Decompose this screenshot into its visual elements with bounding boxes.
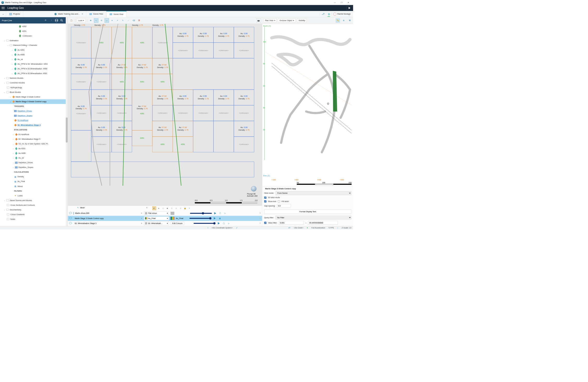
- ruler-icon[interactable]: 📏: [336, 18, 340, 23]
- tree-item[interactable]: Mined: [0, 184, 66, 189]
- tool-select-icon[interactable]: ✥: [89, 18, 93, 23]
- v-icon[interactable]: ◇: [179, 207, 182, 210]
- tool-erase-icon[interactable]: ⌫: [131, 18, 136, 23]
- colour-dropdown[interactable]: Flat colour▾: [144, 211, 169, 215]
- tree-item[interactable]: 01.HostRock: [0, 118, 66, 123]
- tree-item[interactable]: ⌄Estimation: [0, 38, 66, 43]
- tool-draw-icon[interactable]: ✎: [120, 18, 125, 23]
- tree-item[interactable]: ›Au 4400: [0, 52, 66, 57]
- tree-item[interactable]: ›Au_ok: [0, 57, 66, 62]
- tool-rotate-icon[interactable]: ⟲: [99, 18, 104, 23]
- user-menu[interactable]: Rachel Murtagh: [333, 13, 350, 16]
- window-maximize[interactable]: ☐: [338, 0, 345, 5]
- tree-item[interactable]: ⌄Block Models: [0, 90, 66, 95]
- play-icon[interactable]: [214, 211, 217, 215]
- tools-icon[interactable]: 🛠: [348, 18, 352, 23]
- tree-item[interactable]: ›Au_ok: [0, 156, 66, 160]
- minimap-viewport[interactable]: North (Y) Elev (Z) 400 50 00 50 00: [262, 24, 353, 186]
- v-icon[interactable]: ◆: [166, 207, 169, 210]
- cb-fill-slicer[interactable]: [278, 200, 280, 202]
- menu-icon[interactable]: [0, 5, 6, 11]
- grid-icon[interactable]: ▦: [218, 217, 221, 220]
- cb-2d-slice[interactable]: [264, 197, 266, 199]
- drag-handle-icon[interactable]: ⠿: [259, 217, 261, 219]
- play-outline-icon[interactable]: ▷: [227, 222, 231, 225]
- scene-row[interactable]: Marlin drives 899 ✕ Flat colour▾ ▢ ▷ ⠿: [68, 211, 262, 216]
- target-icon[interactable]: ⌖: [187, 207, 191, 210]
- tree-item[interactable]: ›Geochemistry: [0, 207, 66, 212]
- tool-measure-icon[interactable]: ⟋: [126, 18, 130, 23]
- box-icon[interactable]: ▢: [219, 211, 222, 215]
- tree-item[interactable]: Hydrogeology: [0, 85, 66, 90]
- tree-item[interactable]: Depletion_Drives: [0, 109, 66, 113]
- tree-item[interactable]: ›Combined Models: [0, 81, 66, 85]
- drag-handle-icon[interactable]: ⠿: [259, 222, 261, 224]
- tree-item[interactable]: Colour Gradients: [0, 212, 66, 217]
- play-icon[interactable]: [217, 222, 221, 225]
- scene-row[interactable]: 02. Mineralisation Stage 3 ✕ 02. Mineral…: [68, 221, 262, 226]
- tree-item[interactable]: ▼Lodes: [0, 193, 66, 198]
- tab-projects[interactable]: Projects: [6, 11, 23, 17]
- refresh-icon[interactable]: ⟳: [44, 18, 48, 23]
- tree-item[interactable]: Density: [0, 174, 66, 179]
- tree-item[interactable]: ›01.HostRock: [0, 132, 66, 137]
- v-icon[interactable]: ◈: [157, 207, 160, 210]
- play-button[interactable]: [347, 6, 352, 10]
- colour-dropdown[interactable]: 02. Mineralisati...▾: [144, 221, 169, 225]
- colour-dropdown[interactable]: Au_Final▾: [144, 216, 169, 220]
- cb-value-filter[interactable]: [264, 222, 266, 224]
- close-icon[interactable]: ✕: [141, 222, 142, 224]
- plan-view-dropdown[interactable]: Plan View▾: [264, 19, 277, 23]
- tree-item-selected[interactable]: ⌄Marlin Stage 3 Grade Control copy: [0, 99, 66, 104]
- tree-item[interactable]: Depletion_Stopes: [0, 113, 66, 118]
- tree-item[interactable]: ›Depletion_Drives: [0, 160, 66, 165]
- central-icon[interactable]: ⊚: [328, 12, 330, 16]
- tree-item[interactable]: <Unknown>: [0, 34, 66, 38]
- tree-item[interactable]: ›Saved Scenes and Movies: [0, 198, 66, 203]
- opacity-slider[interactable]: [190, 213, 212, 214]
- enclose-dropdown[interactable]: Enclose Object▾: [278, 19, 295, 23]
- tree-item[interactable]: Au_Final: [0, 179, 66, 184]
- tool-plane-icon[interactable]: ▭: [105, 18, 109, 23]
- close-icon[interactable]: ✕: [146, 207, 148, 209]
- window-minimize[interactable]: ―: [331, 0, 338, 5]
- tool-cursor-icon[interactable]: ↗: [115, 18, 120, 23]
- eye-icon[interactable]: [69, 212, 72, 214]
- v-cube-icon[interactable]: ◧: [152, 207, 156, 210]
- tree-item[interactable]: ›Au 4400: [0, 151, 66, 156]
- tab-close-icon[interactable]: ✕: [82, 13, 83, 15]
- tree-item[interactable]: ›02. Mineralisation Stage 3: [0, 137, 66, 142]
- tree-item[interactable]: ›AU_PPM in 02. Mineralisation: 4201: [0, 62, 66, 66]
- tree-item[interactable]: ›Numeric Models: [0, 76, 66, 81]
- window-close[interactable]: ✕: [345, 0, 352, 5]
- tree-item[interactable]: Notes: [0, 217, 66, 221]
- search-icon[interactable]: [59, 18, 64, 23]
- opacity-slider[interactable]: [194, 223, 216, 224]
- tool-chevron-icon[interactable]: ▾: [110, 18, 114, 23]
- main-viewport[interactable]: Density: 2.75 Density: 2.75 Density: 2.7…: [68, 24, 262, 205]
- v-icon[interactable]: ◇: [161, 207, 165, 210]
- camera-icon[interactable]: 📷: [256, 18, 261, 23]
- close-icon[interactable]: ✕: [141, 217, 142, 219]
- tree-item[interactable]: ›VO_Kr, Au in Vein System: 4201 P1: [0, 142, 66, 146]
- close-icon[interactable]: ✕: [141, 212, 142, 214]
- tree-item[interactable]: ›Au 4201: [0, 146, 66, 151]
- query-filter-select[interactable]: No Filter: [275, 216, 351, 219]
- tab-chevron[interactable]: ⌄: [0, 11, 6, 17]
- colour-swatch[interactable]: [171, 212, 174, 215]
- gap-input[interactable]: [277, 204, 291, 208]
- tool-record-icon[interactable]: ⦿: [137, 18, 142, 23]
- tree-item[interactable]: 02. Mineralisation Stage 3: [0, 123, 66, 128]
- value-filter-min[interactable]: [279, 221, 304, 225]
- tree-item[interactable]: ›Marlin Stage 3 Grade Control: [0, 95, 66, 99]
- tree-item[interactable]: ›Depletion_Stopes: [0, 165, 66, 170]
- zscale-icon[interactable]: ↕: [337, 227, 338, 229]
- drag-handle-icon[interactable]: ⠿: [259, 212, 261, 214]
- tree-item[interactable]: ›AU_PPM in 02.Mineralisation: 4400: [0, 66, 66, 71]
- play-icon[interactable]: [213, 217, 216, 220]
- slice-mode-select[interactable]: From Scene: [276, 191, 351, 195]
- tree-item[interactable]: 4201: [0, 29, 66, 34]
- pause-icon[interactable]: ❚❚: [55, 19, 58, 22]
- tab-document[interactable]: Marlin Training Geo and... ✕: [51, 11, 86, 17]
- tab-scene-files[interactable]: Scene Files: [86, 11, 106, 17]
